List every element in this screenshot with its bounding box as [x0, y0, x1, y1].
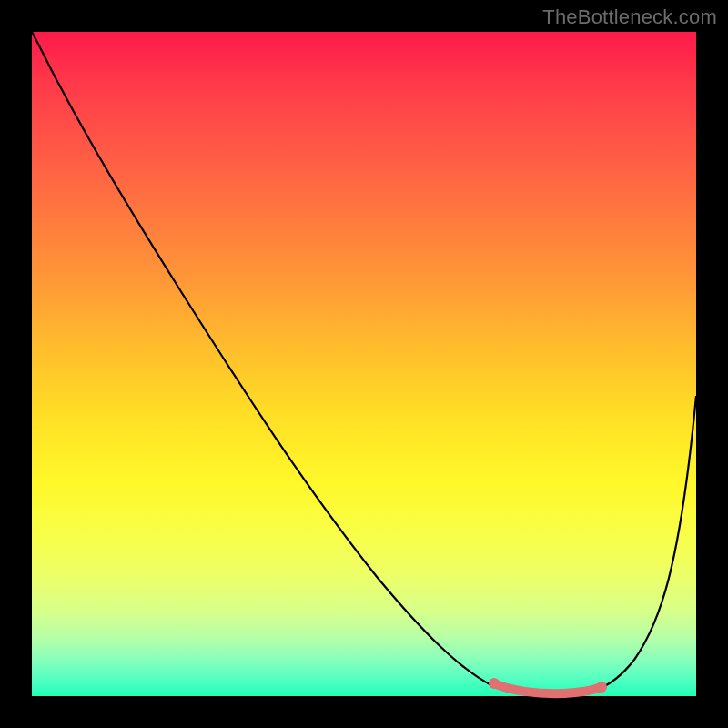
chart-frame: TheBottleneck.com — [0, 0, 728, 728]
bottleneck-curve-svg — [32, 32, 696, 696]
watermark-text: TheBottleneck.com — [542, 5, 717, 29]
optimal-range-marker — [494, 683, 602, 693]
plot-area — [32, 32, 696, 696]
optimal-end-dot — [596, 682, 607, 693]
bottleneck-curve-line — [32, 32, 696, 693]
